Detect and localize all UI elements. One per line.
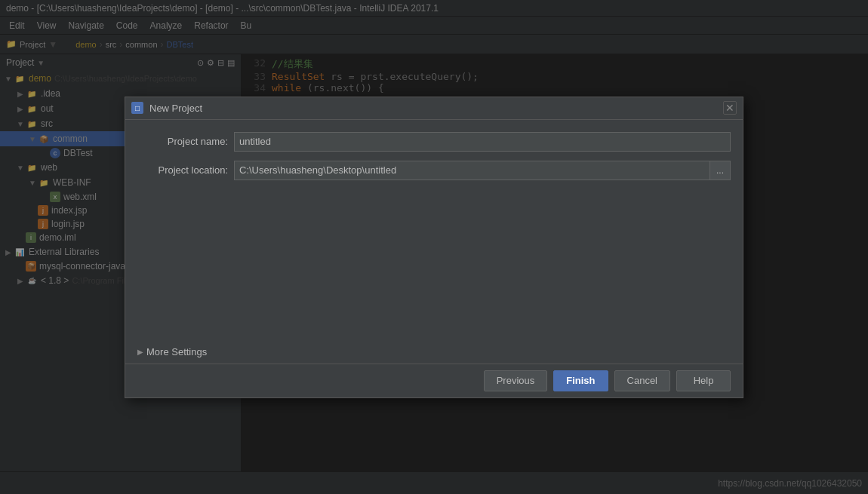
dialog-overlay: □ New Project ✕ Project name: Project lo… — [0, 0, 868, 494]
finish-button[interactable]: Finish — [553, 370, 608, 391]
dialog-title-text: New Project — [149, 103, 202, 114]
dialog-icon-symbol: □ — [135, 104, 140, 112]
dialog-title-left: □ New Project — [131, 102, 202, 114]
previous-button[interactable]: Previous — [484, 370, 548, 391]
dialog-body: Project name: Project location: ... — [125, 120, 743, 343]
dialog-close-button[interactable]: ✕ — [723, 101, 737, 115]
project-location-label: Project location: — [137, 164, 228, 176]
dialog-titlebar: □ New Project ✕ — [125, 97, 743, 120]
dialog-spacer — [137, 189, 731, 337]
project-location-field-group: ... — [234, 161, 731, 180]
dialog-title-icon: □ — [131, 102, 143, 114]
help-button[interactable]: Help — [676, 370, 731, 391]
cancel-button[interactable]: Cancel — [614, 370, 670, 391]
new-project-dialog: □ New Project ✕ Project name: Project lo… — [125, 97, 743, 398]
browse-button[interactable]: ... — [709, 161, 731, 180]
more-settings-label: More Settings — [146, 346, 207, 357]
project-name-label: Project name: — [137, 136, 228, 147]
form-row-project-name: Project name: — [137, 132, 731, 152]
more-settings-arrow-icon: ▶ — [137, 348, 143, 356]
more-settings-row[interactable]: ▶ More Settings — [125, 343, 743, 364]
project-location-input[interactable] — [234, 161, 709, 180]
project-name-input[interactable] — [234, 132, 731, 152]
form-row-project-location: Project location: ... — [137, 161, 731, 180]
dialog-footer: Previous Finish Cancel Help — [125, 364, 743, 397]
